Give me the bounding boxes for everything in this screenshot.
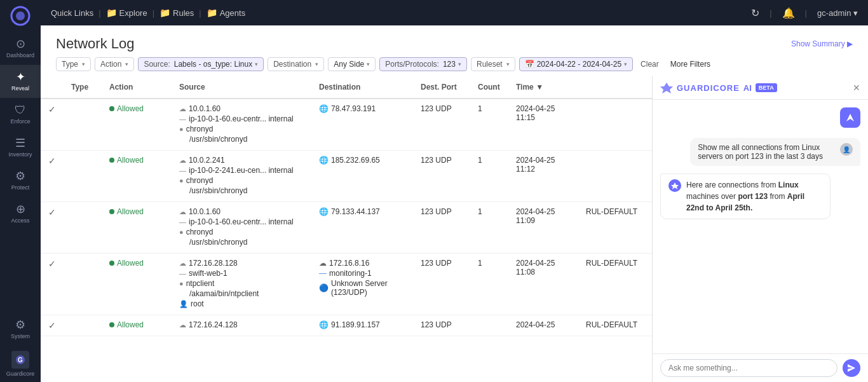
row1-source: ☁10.0.1.60 —ip-10-0-1-60.eu-centr... int… [172, 99, 311, 151]
topnav-rules[interactable]: 📁 Rules [159, 8, 194, 18]
sidebar-logo [0, 0, 41, 32]
ai-panel-header: GUARDICORE AI BETA ✕ [653, 76, 868, 100]
ruleset-filter[interactable]: Ruleset ▾ [471, 57, 515, 71]
network-icon: — [319, 269, 327, 278]
ai-chat-input[interactable] [660, 359, 837, 377]
type-filter-label: Type [62, 60, 78, 69]
ports-caret-icon: ▾ [458, 61, 461, 67]
svg-point-1 [16, 11, 25, 20]
topnav-right: ↻ | 🔔 | gc-admin ▾ [751, 7, 858, 19]
sidebar-nav: ⊙ Dashboard ✦ Reveal 🛡 Enforce ☰ Invento… [0, 32, 41, 382]
ai-brand-name: GUARDICORE [677, 83, 740, 93]
ai-input-area [653, 353, 868, 382]
row2-dest: 🌐185.232.69.65 [311, 151, 413, 202]
svg-marker-4 [660, 83, 673, 93]
beta-badge: BETA [756, 83, 777, 92]
action-filter[interactable]: Action ▾ [95, 57, 134, 71]
page-header: Network Log Show Summary ▶ [41, 25, 868, 57]
action-filter-label: Action [100, 60, 121, 69]
ai-message-content: Here are connections from Linux machines… [686, 179, 822, 214]
topnav-sep4: | [770, 8, 771, 18]
dashboard-icon: ⊙ [16, 38, 25, 50]
ai-brand: GUARDICORE AI BETA [660, 81, 777, 94]
ai-response-message: Here are connections from Linux machines… [660, 174, 831, 219]
filters-bar: Type ▾ Action ▾ Source: Labels - os_type… [41, 57, 868, 76]
col-count[interactable]: Count [470, 76, 508, 99]
svg-marker-5 [671, 182, 679, 189]
enforce-icon: 🛡 [15, 104, 26, 116]
table-row[interactable]: ✓ Allowed ☁10.0.2.241 —ip-10-0-2-241. [41, 151, 652, 202]
ports-filter[interactable]: Ports/Protocols: 123 ▾ [379, 57, 467, 71]
ai-close-button[interactable]: ✕ [853, 83, 860, 93]
sidebar-item-dashboard[interactable]: ⊙ Dashboard [0, 32, 41, 65]
sidebar-item-protect[interactable]: ⚙ Protect [0, 164, 41, 197]
allowed-dot-icon [109, 261, 114, 266]
ai-avatar [668, 179, 681, 192]
network-icon: — [179, 269, 186, 277]
col-destination[interactable]: Destination [311, 76, 413, 99]
more-filters-button[interactable]: More Filters [667, 57, 714, 71]
ai-label: AI [743, 83, 752, 93]
user-avatar: 👤 [840, 143, 853, 156]
type-filter[interactable]: Type ▾ [56, 57, 91, 71]
row3-port: 123 UDP [413, 202, 470, 254]
row4-port: 123 UDP [413, 254, 470, 315]
sidebar-label-reveal: Reveal [11, 85, 29, 92]
show-summary-button[interactable]: Show Summary ▶ [791, 39, 853, 48]
access-icon: ⊕ [16, 203, 25, 215]
destination-filter[interactable]: Destination ▾ [268, 57, 324, 71]
page: Network Log Show Summary ▶ Type ▾ Action… [41, 25, 868, 382]
col-source[interactable]: Source [172, 76, 311, 99]
sidebar-item-reveal[interactable]: ✦ Reveal [0, 65, 41, 98]
date-caret-icon: ▾ [624, 61, 627, 67]
row5-ruleset: RUL-DEFAULT [578, 315, 652, 336]
sidebar-label-access: Access [11, 217, 29, 224]
sidebar-label-inventory: Inventory [8, 151, 32, 158]
action-caret-icon: ▾ [125, 61, 128, 67]
svg-text:G: G [18, 357, 23, 364]
sidebar-item-enforce[interactable]: 🛡 Enforce [0, 98, 41, 131]
ai-fab-button[interactable] [840, 107, 860, 128]
date-filter-value: 2024-04-22 - 2024-04-25 [537, 60, 621, 69]
col-action[interactable]: Action [102, 76, 172, 99]
row3-time: 2024-04-25 11:09 [508, 202, 578, 254]
table-row[interactable]: ✓ Allowed ☁10.0.1.60 —ip-10-0-1-60.eu [41, 202, 652, 254]
user-menu[interactable]: gc-admin ▾ [817, 8, 858, 18]
brand-icon: G [11, 351, 29, 369]
ruleset-caret-icon: ▾ [506, 61, 510, 67]
col-type[interactable]: Type [64, 76, 102, 99]
user-icon: 👤 [179, 300, 188, 308]
rules-folder-icon: 📁 [159, 8, 170, 18]
table-row[interactable]: ✓ Allowed ☁10.0.1.60 —ip-10-0-1-60.eu [41, 99, 652, 151]
col-time[interactable]: Time ▼ [508, 76, 578, 99]
col-dest-port[interactable]: Dest. Port [413, 76, 470, 99]
row5-count [470, 315, 508, 336]
globe-icon: 🌐 [319, 320, 329, 329]
user-message-text: Show me all connections from Linux serve… [698, 143, 835, 161]
date-filter[interactable]: 📅 2024-04-22 - 2024-04-25 ▾ [519, 57, 633, 71]
sidebar-item-inventory[interactable]: ☰ Inventory [0, 131, 41, 164]
table-row[interactable]: ✓ Allowed ☁172.16.24.128 [41, 315, 652, 336]
table-row[interactable]: ✓ Allowed ☁172.16.28.128 —swift-web-1 [41, 254, 652, 315]
bell-icon[interactable]: 🔔 [782, 7, 795, 19]
topnav-agents[interactable]: 📁 Agents [207, 8, 245, 18]
source-filter[interactable]: Source: Labels - os_type: Linux ▾ [138, 57, 264, 71]
ai-send-button[interactable] [843, 359, 860, 377]
reveal-icon: ✦ [16, 71, 25, 83]
sidebar-label-system: System [11, 333, 30, 339]
clear-filters-button[interactable]: Clear [637, 57, 663, 71]
topnav-explore[interactable]: 📁 Explore [106, 8, 147, 18]
row4-count: 1 [470, 254, 508, 315]
row3-action: Allowed [102, 202, 172, 254]
sidebar-label-dashboard: Dashboard [6, 52, 34, 58]
sidebar-item-access[interactable]: ⊕ Access [0, 197, 41, 230]
refresh-icon[interactable]: ↻ [751, 7, 759, 19]
allowed-dot-icon [109, 322, 114, 327]
content-area: Type Action Source Destination [41, 76, 868, 382]
protect-icon: ⚙ [15, 170, 25, 182]
any-side-filter[interactable]: Any Side ▾ [328, 57, 376, 71]
topnav-sep1: | [98, 8, 100, 18]
row2-action: Allowed [102, 151, 172, 202]
sidebar-item-system[interactable]: ⚙ System [0, 313, 41, 346]
topnav: Quick Links | 📁 Explore | 📁 Rules | 📁 Ag… [41, 0, 868, 25]
